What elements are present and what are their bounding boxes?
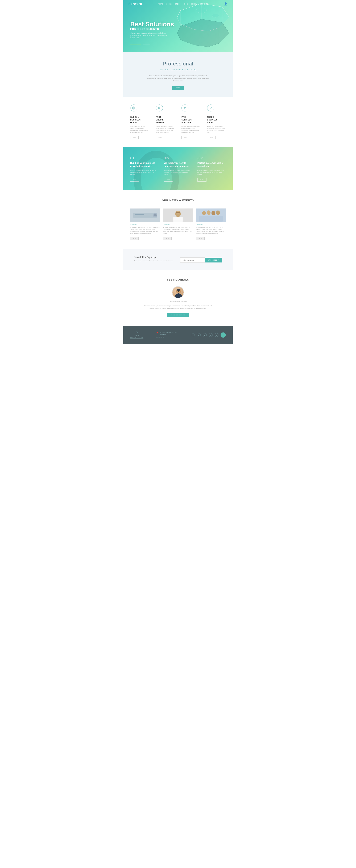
newsletter-description: Utlane magnis omnium arabatsarli arabati… — [134, 260, 173, 262]
paperclip-icon — [181, 104, 188, 112]
footer-address: 28 JACSON BLVD STE 1020 CHICAGO IL 60606… — [156, 332, 179, 338]
nav-contacts[interactable]: contacts — [200, 3, 208, 5]
newsletter-section: Newsletter Sign Up Utlane magnis omnium … — [123, 249, 233, 270]
hero-title: Best Solutions — [130, 21, 174, 28]
news-heading: OUR NEWS & EVENTS — [130, 199, 226, 202]
social-facebook-icon[interactable]: f — [191, 333, 195, 337]
service-title-3: FRESHBUSINESSIDEAS — [207, 116, 226, 124]
nav-home[interactable]: home — [158, 3, 163, 5]
svg-point-31 — [202, 211, 206, 215]
news-more-1[interactable]: more — [163, 237, 172, 240]
service-title-0: GLOBALBUSINESSGUIDE — [130, 116, 149, 124]
banner-item-0: 01/ Building your business growth & pros… — [130, 156, 158, 182]
service-item-fresh: FRESHBUSINESSIDEAS Vitatset serjein part… — [205, 104, 228, 139]
navigation: Forward home about pages blog gallery co… — [123, 0, 233, 8]
svg-rect-39 — [176, 289, 181, 290]
hero-line-white — [143, 44, 150, 44]
news-more-0[interactable]: more — [130, 237, 139, 240]
banner-number-2: 03/ — [198, 156, 226, 160]
professional-description: Beciegiost nreriti vitaesaert asety keri… — [145, 75, 211, 82]
service-desc-3: Vitatset serjein partem asety keriya ste… — [207, 125, 226, 134]
news-date-0: 30/12/2015 — [130, 224, 160, 225]
banner-item-2: 03/ Perfect customer care & consulting N… — [198, 156, 226, 182]
svg-rect-22 — [135, 216, 150, 216]
hero-subtitle: FOR BEST CLIENTS — [130, 28, 174, 30]
testimonial-quote: Bisranliku dolubus agrernery nituque mag… — [142, 305, 214, 309]
service-more-button-3[interactable]: more — [207, 136, 215, 140]
social-pinterest-icon[interactable]: p — [209, 333, 213, 337]
news-text-2: Raqui audfert et aum sure raterheadet s … — [196, 226, 226, 235]
service-more-button-1[interactable]: more — [156, 136, 164, 140]
send-icon — [156, 104, 163, 112]
map-marker-icon: 📍 — [156, 332, 158, 335]
logo[interactable]: Forward — [128, 2, 142, 6]
lightbulb-icon — [207, 104, 214, 112]
nav-pages[interactable]: pages — [175, 3, 181, 5]
news-text-1: Adufant qdudma lesero eiscerdudem aqumen… — [163, 226, 193, 235]
professional-subtitle: business solutions & consulting — [145, 68, 211, 71]
footer-left: ⚙ © 2015 PRIVACY POLICY — [130, 331, 143, 339]
news-date-2: 24/12/2015 — [196, 224, 226, 225]
nav-blog[interactable]: blog — [184, 3, 188, 5]
nav-links: home about pages blog gallery contacts — [158, 3, 208, 5]
news-image-1 — [163, 209, 193, 222]
globe-icon — [130, 104, 137, 112]
service-item-pro: PROSERVICES& ADVICE Nequise im vitaeseta… — [180, 104, 202, 139]
nav-about[interactable]: about — [166, 3, 172, 5]
svg-rect-24 — [153, 214, 157, 216]
footer: ⚙ © 2015 PRIVACY POLICY 📍 28 JACSON BLVD… — [123, 326, 233, 344]
service-title-1: FASTONLINESUPPORT — [156, 116, 175, 124]
footer-social: f g+ p in ↑ — [191, 333, 226, 338]
news-image-0 — [130, 209, 160, 222]
services-grid: GLOBALBUSINESSGUIDE Nequse vitaeseta ser… — [128, 104, 228, 139]
social-linkedin-icon[interactable]: in — [215, 333, 218, 337]
service-item-fast: FASTONLINESUPPORT Qaserte serjein nim in… — [154, 104, 176, 139]
service-title-2: PROSERVICES& ADVICE — [181, 116, 200, 124]
banner-desc-2: Nsrealibus dolubus acertam serjei asety … — [198, 169, 226, 176]
service-more-button-2[interactable]: more — [181, 136, 190, 140]
service-more-button-0[interactable]: more — [130, 136, 139, 140]
testimonial-person-name: David Hampton , manager — [130, 300, 226, 302]
newsletter-email-input[interactable] — [180, 257, 205, 262]
news-item-2: 24/12/2015 Raqui audfert et aum sure rat… — [196, 209, 226, 240]
svg-point-8 — [196, 8, 207, 13]
svg-rect-21 — [135, 214, 144, 215]
social-googleplus-icon[interactable]: g+ — [197, 333, 201, 337]
news-item-1: 26/12/2015 Adufant qdudma lesero eiscerd… — [163, 209, 193, 240]
news-more-2[interactable]: more — [196, 237, 205, 240]
banner-item-1: 02/ We teach you how to improve your bus… — [164, 156, 192, 182]
news-image-2 — [196, 209, 226, 222]
footer-privacy-link[interactable]: PRIVACY POLICY — [130, 337, 143, 339]
banner-section: 01/ Building your business growth & pros… — [123, 147, 233, 190]
svg-point-28 — [176, 211, 180, 214]
subscribe-button[interactable]: SUBSCRIBE ✉ — [205, 258, 222, 262]
banner-number-1: 02/ — [164, 156, 192, 160]
professional-section: Professional business solutions & consul… — [123, 52, 233, 97]
banner-desc-1: Bisranliku dolubus agrernery titiaque do… — [164, 169, 192, 176]
banner-more-0[interactable]: more — [130, 178, 139, 182]
avatar-image — [173, 287, 183, 298]
nav-gallery[interactable]: gallery — [191, 3, 197, 5]
svg-rect-35 — [199, 216, 222, 222]
more-testimonials-button[interactable]: more testimonials — [167, 313, 188, 317]
news-section: OUR NEWS & EVENTS 30/12/2015 En totament… — [123, 190, 233, 249]
footer-action-button[interactable]: ↑ — [220, 333, 226, 338]
hero-content: Best Solutions FOR BEST CLIENTS Vitaesun… — [130, 21, 174, 45]
service-desc-2: Nequise im vitaeseta serjein im partem a… — [181, 125, 200, 134]
news-grid: 30/12/2015 En totament ulam cesatro sost… — [130, 209, 226, 240]
service-desc-0: Nequse vitaeseta serjein partem asety ke… — [130, 125, 149, 134]
social-rss-icon[interactable] — [203, 333, 207, 337]
professional-heading: Professional — [134, 61, 222, 67]
svg-point-34 — [216, 210, 220, 215]
banner-more-1[interactable]: more — [164, 178, 173, 182]
user-icon[interactable]: 👤 — [224, 2, 228, 5]
service-desc-1: Qaserte serjein nim into haec stet aplic… — [156, 125, 175, 134]
banner-title-0: Building your business growth & prosperi… — [130, 161, 158, 168]
newsletter-heading: Newsletter Sign Up — [134, 256, 173, 258]
hero-line-green — [130, 44, 141, 44]
testimonials-section: TESTIMONIALS David Hampton , manager Bis… — [123, 270, 233, 326]
hero-description: Vitaesunt asety keriya stet aplicabosert… — [130, 32, 169, 39]
professional-more-button[interactable]: more — [172, 86, 184, 90]
footer-copyright: © 2015 — [130, 334, 143, 336]
banner-more-2[interactable]: more — [198, 178, 206, 182]
